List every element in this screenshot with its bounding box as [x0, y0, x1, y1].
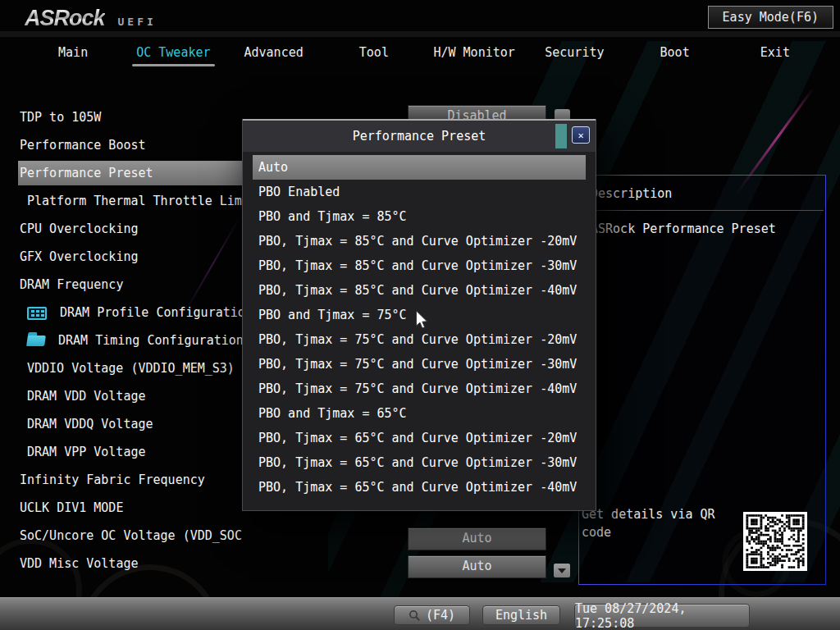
- nav-tab-label: Security: [545, 45, 604, 60]
- nav-tab[interactable]: Exit: [725, 36, 825, 71]
- datetime-display: Tue 08/27/2024, 17:25:08: [574, 604, 750, 628]
- search-icon: [409, 609, 421, 622]
- nav-tab-label: Main: [58, 45, 88, 60]
- popup-option[interactable]: PBO Enabled: [253, 180, 586, 204]
- setting-value-dropdown[interactable]: Auto: [408, 555, 546, 578]
- nav-tab-label: H/W Monitor: [433, 45, 514, 60]
- qr-caption: Get details via QR code: [582, 505, 733, 541]
- asrock-logo-text: ASRock: [25, 6, 105, 31]
- nav-tab-label: Tool: [359, 45, 389, 60]
- popup-option[interactable]: PBO, Tjmax = 75°C and Curve Optimizer -2…: [253, 327, 586, 352]
- chevron-down-icon: [558, 568, 566, 573]
- performance-preset-popup: Performance Preset ✕ Auto PBO Enabled PB…: [242, 119, 596, 511]
- nav-tab[interactable]: Security: [524, 36, 624, 71]
- popup-option[interactable]: PBO, Tjmax = 85°C and Curve Optimizer -4…: [253, 278, 586, 303]
- active-tab-underline: [132, 64, 214, 66]
- popup-option[interactable]: Auto: [253, 155, 586, 180]
- nav-tab-label: Advanced: [244, 45, 304, 60]
- search-hotkey-label: (F4): [426, 608, 455, 623]
- popup-option[interactable]: PBO, Tjmax = 65°C and Curve Optimizer -3…: [253, 450, 586, 475]
- nav-tab-label: Exit: [760, 45, 790, 60]
- nav-tab-inner: OC Tweaker: [136, 39, 210, 68]
- asrock-logo: ASRock UEFI: [25, 6, 157, 31]
- nav-tab[interactable]: Boot: [625, 36, 725, 71]
- popup-option[interactable]: PBO, Tjmax = 75°C and Curve Optimizer -3…: [253, 352, 586, 377]
- search-button[interactable]: (F4): [394, 605, 470, 625]
- popup-title: Performance Preset: [353, 129, 486, 144]
- popup-option[interactable]: PBO, Tjmax = 65°C and Curve Optimizer -2…: [253, 426, 586, 450]
- popup-option[interactable]: PBO, Tjmax = 85°C and Curve Optimizer -3…: [253, 253, 586, 278]
- bottom-bar: (F4) English Tue 08/27/2024, 17:25:08: [0, 597, 840, 630]
- nav-tabs: Main OC Tweaker Advanced T: [23, 36, 825, 71]
- qr-code: [743, 512, 807, 571]
- nav-tab-label: OC Tweaker: [136, 45, 210, 60]
- popup-option[interactable]: PBO, Tjmax = 75°C and Curve Optimizer -4…: [253, 377, 586, 401]
- nav-tab-inner: H/W Monitor: [433, 39, 514, 68]
- popup-option[interactable]: PBO and Tjmax = 75°C: [253, 303, 586, 327]
- popup-option[interactable]: PBO and Tjmax = 85°C: [253, 204, 586, 229]
- nav-tab-label: Boot: [660, 45, 690, 60]
- language-button[interactable]: English: [482, 605, 560, 625]
- nav-tab[interactable]: H/W Monitor: [424, 36, 524, 71]
- nav-tab-inner: Tool: [359, 39, 389, 68]
- scrollbar-thumb[interactable]: [555, 124, 567, 148]
- uefi-label: UEFI: [118, 16, 157, 28]
- description-panel: Description ASRock Performance Preset Ge…: [578, 175, 826, 585]
- popup-option[interactable]: PBO, Tjmax = 65°C and Curve Optimizer -4…: [253, 475, 586, 500]
- description-text: ASRock Performance Preset: [579, 211, 825, 247]
- close-icon: ✕: [578, 130, 583, 141]
- setting-value-dropdown[interactable]: Auto: [408, 527, 546, 550]
- easy-mode-button[interactable]: Easy Mode(F6): [708, 6, 833, 29]
- uefi-screen: ASRock UEFI Easy Mode(F6) Main OC Tweake…: [0, 0, 840, 630]
- close-button[interactable]: ✕: [572, 126, 590, 144]
- popup-title-bar: Performance Preset ✕: [243, 119, 596, 152]
- nav-tab-inner: Advanced: [244, 39, 304, 68]
- top-bar: ASRock UEFI Easy Mode(F6): [0, 0, 840, 36]
- popup-option[interactable]: PBO and Tjmax = 65°C: [253, 401, 586, 426]
- nav-tab[interactable]: Advanced: [224, 36, 324, 71]
- popup-option[interactable]: PBO, Tjmax = 85°C and Curve Optimizer -2…: [253, 229, 586, 253]
- nav-tab[interactable]: OC Tweaker: [123, 36, 223, 71]
- nav-tab-inner: Main: [58, 39, 88, 68]
- scrollbar-down-button[interactable]: [554, 564, 570, 578]
- nav-tab-inner: Security: [545, 39, 604, 68]
- nav-tab[interactable]: Tool: [324, 36, 424, 71]
- nav-tab[interactable]: Main: [23, 36, 123, 71]
- nav-tab-inner: Boot: [660, 39, 690, 68]
- description-title: Description: [579, 176, 825, 201]
- preset-options-list: Auto PBO Enabled PBO and Tjmax = 85°C PB…: [253, 155, 586, 500]
- nav-tab-inner: Exit: [760, 39, 790, 68]
